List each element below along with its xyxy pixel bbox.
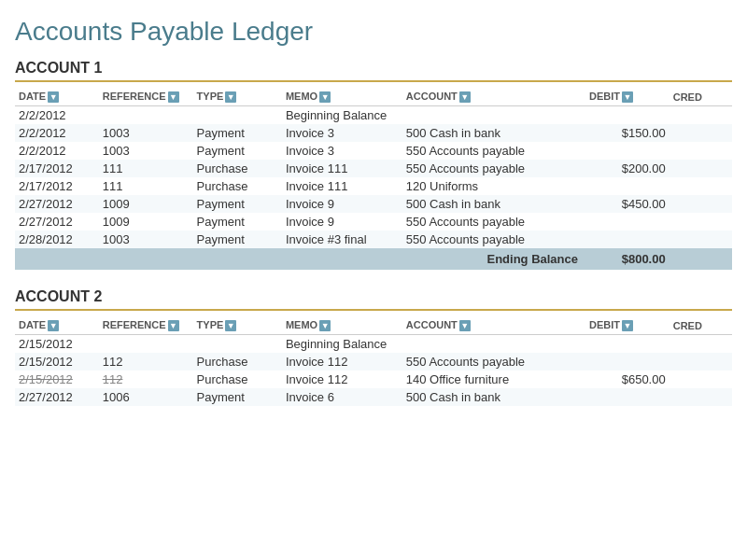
cell-date <box>15 248 99 270</box>
cell-memo: Invoice 111 <box>282 177 402 195</box>
cell-cred <box>669 142 732 160</box>
cell-cred <box>669 388 732 406</box>
cell-debit <box>585 335 669 354</box>
account-1-col-cred: CRED <box>669 88 732 106</box>
cell-ref <box>99 335 193 354</box>
cell-ref: 111 <box>99 160 193 177</box>
account-2-title: ACCOUNT 2 <box>15 288 732 311</box>
cell-ref: 1003 <box>99 142 193 160</box>
cell-ref <box>99 106 193 125</box>
account-1-filter-reference[interactable]: ▼ <box>168 91 179 103</box>
account-1-col-memo: MEMO▼ <box>282 88 402 106</box>
account-2-filter-debit[interactable]: ▼ <box>622 320 633 331</box>
cell-debit: $450.00 <box>585 195 669 213</box>
account-2-filter-date[interactable]: ▼ <box>48 320 59 331</box>
cell-type: Purchase <box>193 177 282 195</box>
table-row: 2/17/2012111PurchaseInvoice 111120 Unifo… <box>15 177 732 195</box>
cell-account: 550 Accounts payable <box>402 353 585 371</box>
account-2-filter-memo[interactable]: ▼ <box>319 320 331 331</box>
cell-date: 2/28/2012 <box>15 231 99 248</box>
account-2-col-memo: MEMO▼ <box>282 316 402 335</box>
cell-debit: $200.00 <box>585 160 669 177</box>
cell-memo: Invoice 3 <box>282 142 402 160</box>
table-row: 2/15/2012Beginning Balance <box>15 335 732 354</box>
cell-debit: $150.00 <box>585 124 669 142</box>
account-2-col-debit: DEBIT▼ <box>585 316 669 335</box>
account-1-filter-memo[interactable]: ▼ <box>319 91 331 103</box>
cell-date: 2/27/2012 <box>15 213 99 231</box>
cell-type: Payment <box>193 388 282 406</box>
cell-memo <box>282 248 402 270</box>
account-1-table: DATE▼REFERENCE▼TYPE▼MEMO▼ACCOUNT▼DEBIT▼C… <box>15 88 732 270</box>
cell-cred <box>669 371 732 388</box>
account-1-col-type: TYPE▼ <box>193 88 282 106</box>
table-row: 2/2/2012Beginning Balance <box>15 106 732 125</box>
cell-cred <box>669 335 732 354</box>
cell-cred <box>669 124 732 142</box>
account-1-filter-date[interactable]: ▼ <box>48 91 59 103</box>
account-2-col-cred: CRED <box>669 316 732 335</box>
cell-type <box>193 106 282 125</box>
cell-account: 500 Cash in bank <box>402 124 585 142</box>
account-1-col-debit: DEBIT▼ <box>585 88 669 106</box>
cell-type: Payment <box>193 213 282 231</box>
cell-memo: Invoice 111 <box>282 160 402 177</box>
cell-memo: Invoice 112 <box>282 371 402 388</box>
cell-account: 550 Accounts payable <box>402 213 585 231</box>
cell-cred <box>669 248 732 270</box>
table-row: 2/2/20121003PaymentInvoice 3550 Accounts… <box>15 142 732 160</box>
cell-cred <box>669 177 732 195</box>
account-2-filter-reference[interactable]: ▼ <box>168 320 179 331</box>
cell-account: 550 Accounts payable <box>402 142 585 160</box>
account-2-section: ACCOUNT 2DATE▼REFERENCE▼TYPE▼MEMO▼ACCOUN… <box>15 288 732 406</box>
table-row: 2/28/20121003PaymentInvoice #3 final550 … <box>15 231 732 248</box>
cell-date: 2/27/2012 <box>15 195 99 213</box>
cell-memo: Beginning Balance <box>282 106 402 125</box>
account-2-col-type: TYPE▼ <box>193 316 282 335</box>
page-title: Accounts Payable Ledger <box>15 17 732 47</box>
cell-ref: 1009 <box>99 213 193 231</box>
account-1-filter-type[interactable]: ▼ <box>225 91 236 103</box>
cell-account <box>402 335 585 354</box>
cell-account: 120 Uniforms <box>402 177 585 195</box>
cell-ref: 112 <box>99 353 193 371</box>
cell-type: Purchase <box>193 371 282 388</box>
accounts-container: ACCOUNT 1DATE▼REFERENCE▼TYPE▼MEMO▼ACCOUN… <box>15 60 732 406</box>
cell-date: 2/17/2012 <box>15 177 99 195</box>
cell-ref: 1009 <box>99 195 193 213</box>
cell-cred <box>669 106 732 125</box>
account-1-filter-account[interactable]: ▼ <box>459 91 471 103</box>
account-1-col-date: DATE▼ <box>15 88 99 106</box>
cell-account <box>402 106 585 125</box>
table-row: 2/17/2012111PurchaseInvoice 111550 Accou… <box>15 160 732 177</box>
cell-cred <box>669 231 732 248</box>
account-1-filter-debit[interactable]: ▼ <box>622 91 633 103</box>
cell-account: 550 Accounts payable <box>402 160 585 177</box>
account-1-col-account: ACCOUNT▼ <box>402 88 585 106</box>
cell-memo: Invoice 112 <box>282 353 402 371</box>
cell-debit <box>585 106 669 125</box>
cell-ref: 1006 <box>99 388 193 406</box>
account-2-col-date: DATE▼ <box>15 316 99 335</box>
table-row: 2/27/20121006PaymentInvoice 6500 Cash in… <box>15 388 732 406</box>
table-row: 2/15/2012112PurchaseInvoice 112550 Accou… <box>15 353 732 371</box>
cell-type: Payment <box>193 142 282 160</box>
account-2-col-reference: REFERENCE▼ <box>99 316 193 335</box>
table-row: 2/27/20121009PaymentInvoice 9500 Cash in… <box>15 195 732 213</box>
cell-type: Purchase <box>193 160 282 177</box>
cell-memo: Invoice 9 <box>282 195 402 213</box>
cell-date: 2/17/2012 <box>15 160 99 177</box>
cell-memo: Invoice 3 <box>282 124 402 142</box>
cell-ref: 1003 <box>99 231 193 248</box>
table-row: 2/15/2012112PurchaseInvoice 112140 Offic… <box>15 371 732 388</box>
cell-debit <box>585 231 669 248</box>
cell-debit <box>585 388 669 406</box>
cell-account: 550 Accounts payable <box>402 231 585 248</box>
account-2-table: DATE▼REFERENCE▼TYPE▼MEMO▼ACCOUNT▼DEBIT▼C… <box>15 316 732 406</box>
cell-cred <box>669 353 732 371</box>
cell-date: 2/15/2012 <box>15 371 99 388</box>
account-2-filter-type[interactable]: ▼ <box>225 320 236 331</box>
cell-type: Payment <box>193 231 282 248</box>
cell-date: 2/2/2012 <box>15 142 99 160</box>
account-2-filter-account[interactable]: ▼ <box>459 320 471 331</box>
